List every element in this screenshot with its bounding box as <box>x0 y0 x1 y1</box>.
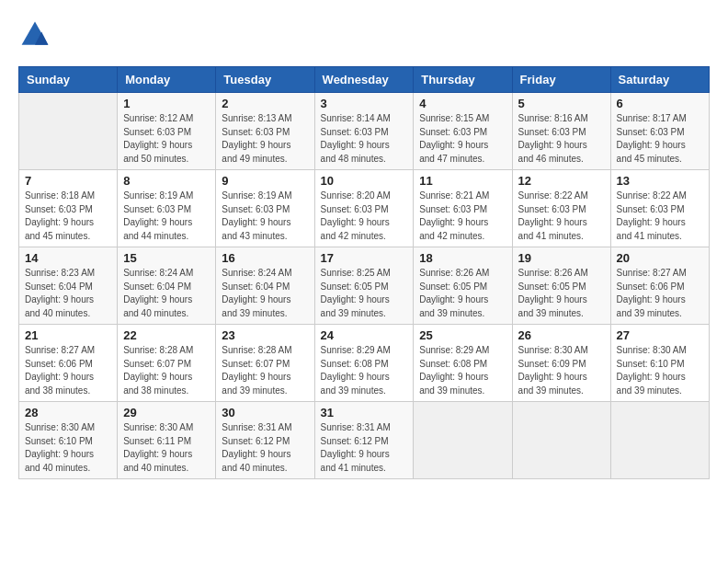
day-number: 25 <box>419 328 506 342</box>
header-day-friday: Friday <box>512 67 610 93</box>
calendar-cell: 22Sunrise: 8:28 AM Sunset: 6:07 PM Dayli… <box>118 325 216 402</box>
day-info: Sunrise: 8:30 AM Sunset: 6:10 PM Dayligh… <box>25 421 111 475</box>
day-number: 26 <box>518 328 605 342</box>
calendar-cell: 8Sunrise: 8:19 AM Sunset: 6:03 PM Daylig… <box>118 170 216 247</box>
calendar-table: SundayMondayTuesdayWednesdayThursdayFrid… <box>18 66 710 479</box>
day-number: 22 <box>123 328 210 342</box>
day-number: 8 <box>123 174 210 188</box>
calendar-cell: 24Sunrise: 8:29 AM Sunset: 6:08 PM Dayli… <box>314 325 414 402</box>
calendar-cell: 23Sunrise: 8:28 AM Sunset: 6:07 PM Dayli… <box>216 325 314 402</box>
day-number: 24 <box>321 328 408 342</box>
day-info: Sunrise: 8:23 AM Sunset: 6:04 PM Dayligh… <box>25 267 111 320</box>
day-number: 14 <box>25 251 111 265</box>
day-number: 12 <box>518 174 605 188</box>
header-day-tuesday: Tuesday <box>216 67 314 93</box>
day-number: 10 <box>321 174 408 188</box>
calendar-cell <box>512 402 610 479</box>
day-info: Sunrise: 8:31 AM Sunset: 6:12 PM Dayligh… <box>222 421 308 475</box>
calendar-cell: 18Sunrise: 8:26 AM Sunset: 6:05 PM Dayli… <box>414 247 512 325</box>
day-info: Sunrise: 8:25 AM Sunset: 6:05 PM Dayligh… <box>321 267 408 320</box>
day-info: Sunrise: 8:24 AM Sunset: 6:04 PM Dayligh… <box>123 267 210 320</box>
calendar-cell: 1Sunrise: 8:12 AM Sunset: 6:03 PM Daylig… <box>118 93 216 170</box>
day-number: 30 <box>222 406 308 419</box>
day-number: 5 <box>518 97 605 110</box>
calendar-cell: 17Sunrise: 8:25 AM Sunset: 6:05 PM Dayli… <box>314 247 414 325</box>
header-day-sunday: Sunday <box>19 67 118 93</box>
week-row-3: 14Sunrise: 8:23 AM Sunset: 6:04 PM Dayli… <box>19 247 710 325</box>
calendar-cell: 29Sunrise: 8:30 AM Sunset: 6:11 PM Dayli… <box>118 402 216 479</box>
day-info: Sunrise: 8:15 AM Sunset: 6:03 PM Dayligh… <box>419 112 506 166</box>
day-number: 13 <box>617 174 703 188</box>
calendar-cell: 10Sunrise: 8:20 AM Sunset: 6:03 PM Dayli… <box>314 170 414 247</box>
day-number: 11 <box>419 174 506 188</box>
calendar-body: 1Sunrise: 8:12 AM Sunset: 6:03 PM Daylig… <box>19 93 710 479</box>
day-info: Sunrise: 8:22 AM Sunset: 6:03 PM Dayligh… <box>518 190 605 243</box>
day-info: Sunrise: 8:19 AM Sunset: 6:03 PM Dayligh… <box>222 190 308 243</box>
calendar-cell: 4Sunrise: 8:15 AM Sunset: 6:03 PM Daylig… <box>414 93 512 170</box>
day-info: Sunrise: 8:26 AM Sunset: 6:05 PM Dayligh… <box>518 267 605 320</box>
calendar-cell: 14Sunrise: 8:23 AM Sunset: 6:04 PM Dayli… <box>19 247 118 325</box>
week-row-1: 1Sunrise: 8:12 AM Sunset: 6:03 PM Daylig… <box>19 93 710 170</box>
calendar-cell: 2Sunrise: 8:13 AM Sunset: 6:03 PM Daylig… <box>216 93 314 170</box>
calendar-cell: 30Sunrise: 8:31 AM Sunset: 6:12 PM Dayli… <box>216 402 314 479</box>
day-info: Sunrise: 8:21 AM Sunset: 6:03 PM Dayligh… <box>419 190 506 243</box>
week-row-5: 28Sunrise: 8:30 AM Sunset: 6:10 PM Dayli… <box>19 402 710 479</box>
calendar-cell: 11Sunrise: 8:21 AM Sunset: 6:03 PM Dayli… <box>414 170 512 247</box>
day-info: Sunrise: 8:12 AM Sunset: 6:03 PM Dayligh… <box>123 112 210 166</box>
day-info: Sunrise: 8:26 AM Sunset: 6:05 PM Dayligh… <box>419 267 506 320</box>
calendar-cell: 9Sunrise: 8:19 AM Sunset: 6:03 PM Daylig… <box>216 170 314 247</box>
day-number: 6 <box>617 97 703 110</box>
day-number: 18 <box>419 251 506 265</box>
page-header <box>18 18 710 52</box>
day-number: 17 <box>321 251 408 265</box>
calendar-cell <box>19 93 118 170</box>
week-row-2: 7Sunrise: 8:18 AM Sunset: 6:03 PM Daylig… <box>19 170 710 247</box>
day-number: 1 <box>123 97 210 110</box>
week-row-4: 21Sunrise: 8:27 AM Sunset: 6:06 PM Dayli… <box>19 325 710 402</box>
day-info: Sunrise: 8:14 AM Sunset: 6:03 PM Dayligh… <box>321 112 408 166</box>
day-info: Sunrise: 8:28 AM Sunset: 6:07 PM Dayligh… <box>123 344 210 397</box>
day-number: 3 <box>321 97 408 110</box>
day-number: 28 <box>25 406 111 419</box>
header-day-thursday: Thursday <box>414 67 512 93</box>
calendar-cell: 25Sunrise: 8:29 AM Sunset: 6:08 PM Dayli… <box>414 325 512 402</box>
day-info: Sunrise: 8:16 AM Sunset: 6:03 PM Dayligh… <box>518 112 605 166</box>
calendar-cell: 28Sunrise: 8:30 AM Sunset: 6:10 PM Dayli… <box>19 402 118 479</box>
header-day-wednesday: Wednesday <box>314 67 414 93</box>
day-info: Sunrise: 8:19 AM Sunset: 6:03 PM Dayligh… <box>123 190 210 243</box>
calendar-cell: 6Sunrise: 8:17 AM Sunset: 6:03 PM Daylig… <box>610 93 709 170</box>
calendar-cell: 5Sunrise: 8:16 AM Sunset: 6:03 PM Daylig… <box>512 93 610 170</box>
day-info: Sunrise: 8:22 AM Sunset: 6:03 PM Dayligh… <box>617 190 703 243</box>
calendar-cell: 31Sunrise: 8:31 AM Sunset: 6:12 PM Dayli… <box>314 402 414 479</box>
day-info: Sunrise: 8:20 AM Sunset: 6:03 PM Dayligh… <box>321 190 408 243</box>
day-number: 9 <box>222 174 308 188</box>
day-info: Sunrise: 8:30 AM Sunset: 6:10 PM Dayligh… <box>617 344 703 397</box>
day-info: Sunrise: 8:28 AM Sunset: 6:07 PM Dayligh… <box>222 344 308 397</box>
calendar-cell: 7Sunrise: 8:18 AM Sunset: 6:03 PM Daylig… <box>19 170 118 247</box>
calendar-cell: 20Sunrise: 8:27 AM Sunset: 6:06 PM Dayli… <box>610 247 709 325</box>
day-info: Sunrise: 8:18 AM Sunset: 6:03 PM Dayligh… <box>25 190 111 243</box>
calendar-cell <box>610 402 709 479</box>
calendar-cell: 19Sunrise: 8:26 AM Sunset: 6:05 PM Dayli… <box>512 247 610 325</box>
day-number: 23 <box>222 328 308 342</box>
day-number: 19 <box>518 251 605 265</box>
day-info: Sunrise: 8:17 AM Sunset: 6:03 PM Dayligh… <box>617 112 703 166</box>
day-info: Sunrise: 8:13 AM Sunset: 6:03 PM Dayligh… <box>222 112 308 166</box>
calendar-cell <box>414 402 512 479</box>
day-number: 7 <box>25 174 111 188</box>
calendar-cell: 21Sunrise: 8:27 AM Sunset: 6:06 PM Dayli… <box>19 325 118 402</box>
calendar-cell: 27Sunrise: 8:30 AM Sunset: 6:10 PM Dayli… <box>610 325 709 402</box>
day-number: 4 <box>419 97 506 110</box>
calendar-cell: 3Sunrise: 8:14 AM Sunset: 6:03 PM Daylig… <box>314 93 414 170</box>
day-info: Sunrise: 8:29 AM Sunset: 6:08 PM Dayligh… <box>321 344 408 397</box>
header-day-saturday: Saturday <box>610 67 709 93</box>
day-info: Sunrise: 8:27 AM Sunset: 6:06 PM Dayligh… <box>617 267 703 320</box>
day-number: 21 <box>25 328 111 342</box>
day-number: 15 <box>123 251 210 265</box>
calendar-header: SundayMondayTuesdayWednesdayThursdayFrid… <box>19 67 710 93</box>
calendar-cell: 26Sunrise: 8:30 AM Sunset: 6:09 PM Dayli… <box>512 325 610 402</box>
day-number: 20 <box>617 251 703 265</box>
header-row: SundayMondayTuesdayWednesdayThursdayFrid… <box>19 67 710 93</box>
day-number: 27 <box>617 328 703 342</box>
day-info: Sunrise: 8:30 AM Sunset: 6:09 PM Dayligh… <box>518 344 605 397</box>
